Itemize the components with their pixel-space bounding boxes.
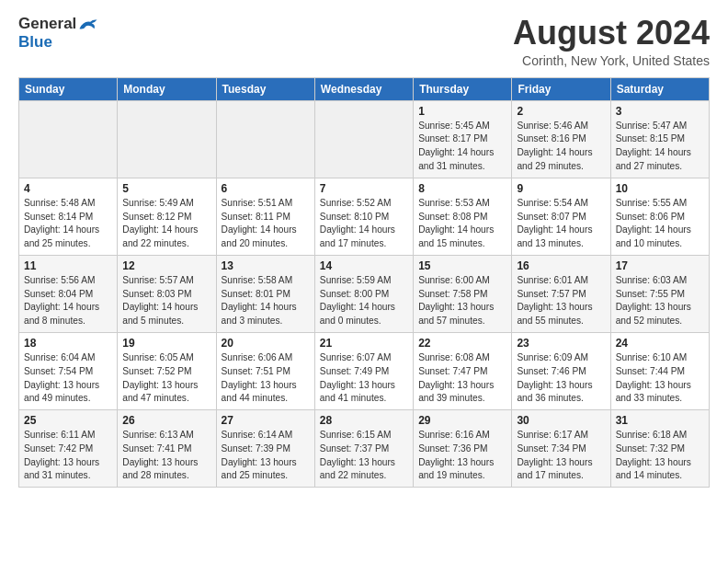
- calendar-cell: [314, 100, 413, 178]
- day-info: Sunrise: 5:56 AM Sunset: 8:04 PM Dayligh…: [24, 274, 112, 328]
- day-of-week-header: Tuesday: [216, 77, 314, 100]
- location-subtitle: Corinth, New York, United States: [513, 53, 710, 68]
- calendar-cell: 15Sunrise: 6:00 AM Sunset: 7:58 PM Dayli…: [414, 255, 512, 332]
- day-info: Sunrise: 6:14 AM Sunset: 7:39 PM Dayligh…: [222, 429, 310, 483]
- day-info: Sunrise: 5:47 AM Sunset: 8:15 PM Dayligh…: [616, 120, 704, 174]
- page-header: General Blue August 2024 Corinth, New Yo…: [18, 15, 710, 68]
- day-number: 16: [517, 259, 605, 272]
- day-number: 19: [122, 337, 210, 350]
- day-number: 27: [222, 414, 310, 427]
- day-number: 21: [320, 337, 408, 350]
- day-number: 26: [122, 414, 210, 427]
- day-of-week-header: Monday: [118, 77, 216, 100]
- calendar-table: SundayMondayTuesdayWednesdayThursdayFrid…: [18, 77, 710, 488]
- day-number: 3: [616, 105, 704, 118]
- day-number: 24: [616, 337, 704, 350]
- day-number: 6: [222, 182, 310, 195]
- day-number: 12: [122, 259, 210, 272]
- day-info: Sunrise: 6:01 AM Sunset: 7:57 PM Dayligh…: [517, 274, 605, 328]
- day-info: Sunrise: 5:51 AM Sunset: 8:11 PM Dayligh…: [222, 197, 310, 251]
- calendar-cell: 2Sunrise: 5:46 AM Sunset: 8:16 PM Daylig…: [512, 100, 610, 178]
- day-info: Sunrise: 6:15 AM Sunset: 7:37 PM Dayligh…: [320, 429, 408, 483]
- day-info: Sunrise: 5:58 AM Sunset: 8:01 PM Dayligh…: [222, 274, 310, 328]
- calendar-cell: [19, 100, 118, 178]
- day-info: Sunrise: 5:59 AM Sunset: 8:00 PM Dayligh…: [320, 274, 408, 328]
- day-number: 7: [320, 182, 408, 195]
- day-info: Sunrise: 6:08 AM Sunset: 7:47 PM Dayligh…: [418, 351, 506, 406]
- calendar-week-row: 25Sunrise: 6:11 AM Sunset: 7:42 PM Dayli…: [19, 410, 710, 488]
- day-number: 9: [517, 182, 605, 195]
- logo-bird-icon: [78, 16, 98, 32]
- month-year-title: August 2024: [513, 15, 710, 52]
- day-number: 31: [616, 414, 704, 427]
- calendar-cell: 6Sunrise: 5:51 AM Sunset: 8:11 PM Daylig…: [216, 178, 314, 255]
- day-number: 10: [616, 182, 704, 195]
- calendar-cell: 3Sunrise: 5:47 AM Sunset: 8:15 PM Daylig…: [610, 100, 709, 178]
- day-number: 1: [418, 105, 506, 118]
- calendar-cell: 12Sunrise: 5:57 AM Sunset: 8:03 PM Dayli…: [118, 255, 216, 332]
- day-number: 4: [24, 182, 112, 195]
- day-info: Sunrise: 6:13 AM Sunset: 7:41 PM Dayligh…: [122, 429, 210, 483]
- title-section: August 2024 Corinth, New York, United St…: [513, 15, 710, 68]
- calendar-cell: 21Sunrise: 6:07 AM Sunset: 7:49 PM Dayli…: [314, 332, 413, 409]
- day-number: 17: [616, 259, 704, 272]
- logo-general-text: General: [18, 15, 76, 33]
- calendar-cell: [118, 100, 216, 178]
- day-info: Sunrise: 5:52 AM Sunset: 8:10 PM Dayligh…: [320, 197, 408, 251]
- calendar-cell: 28Sunrise: 6:15 AM Sunset: 7:37 PM Dayli…: [314, 410, 413, 488]
- day-number: 25: [24, 414, 112, 427]
- day-number: 11: [24, 259, 112, 272]
- day-number: 14: [320, 259, 408, 272]
- day-info: Sunrise: 6:07 AM Sunset: 7:49 PM Dayligh…: [320, 351, 408, 406]
- logo-blue-text: Blue: [18, 33, 52, 52]
- day-number: 29: [418, 414, 506, 427]
- calendar-cell: 29Sunrise: 6:16 AM Sunset: 7:36 PM Dayli…: [414, 410, 512, 488]
- day-info: Sunrise: 6:09 AM Sunset: 7:46 PM Dayligh…: [517, 351, 605, 406]
- day-info: Sunrise: 5:57 AM Sunset: 8:03 PM Dayligh…: [122, 274, 210, 328]
- calendar-cell: 10Sunrise: 5:55 AM Sunset: 8:06 PM Dayli…: [610, 178, 709, 255]
- day-info: Sunrise: 5:49 AM Sunset: 8:12 PM Dayligh…: [122, 197, 210, 251]
- calendar-header-row: SundayMondayTuesdayWednesdayThursdayFrid…: [19, 77, 710, 100]
- day-number: 2: [517, 105, 605, 118]
- day-info: Sunrise: 5:55 AM Sunset: 8:06 PM Dayligh…: [616, 197, 704, 251]
- calendar-cell: 30Sunrise: 6:17 AM Sunset: 7:34 PM Dayli…: [512, 410, 610, 488]
- day-number: 15: [418, 259, 506, 272]
- calendar-cell: 14Sunrise: 5:59 AM Sunset: 8:00 PM Dayli…: [314, 255, 413, 332]
- calendar-cell: 19Sunrise: 6:05 AM Sunset: 7:52 PM Dayli…: [118, 332, 216, 409]
- day-info: Sunrise: 6:10 AM Sunset: 7:44 PM Dayligh…: [616, 351, 704, 406]
- day-number: 18: [24, 337, 112, 350]
- calendar-cell: 13Sunrise: 5:58 AM Sunset: 8:01 PM Dayli…: [216, 255, 314, 332]
- day-info: Sunrise: 6:16 AM Sunset: 7:36 PM Dayligh…: [418, 429, 506, 483]
- calendar-cell: 22Sunrise: 6:08 AM Sunset: 7:47 PM Dayli…: [414, 332, 512, 409]
- day-info: Sunrise: 6:00 AM Sunset: 7:58 PM Dayligh…: [418, 274, 506, 328]
- day-info: Sunrise: 6:04 AM Sunset: 7:54 PM Dayligh…: [24, 351, 112, 406]
- calendar-week-row: 11Sunrise: 5:56 AM Sunset: 8:04 PM Dayli…: [19, 255, 710, 332]
- day-number: 20: [222, 337, 310, 350]
- calendar-cell: 1Sunrise: 5:45 AM Sunset: 8:17 PM Daylig…: [414, 100, 512, 178]
- calendar-cell: 7Sunrise: 5:52 AM Sunset: 8:10 PM Daylig…: [314, 178, 413, 255]
- calendar-cell: 4Sunrise: 5:48 AM Sunset: 8:14 PM Daylig…: [19, 178, 118, 255]
- day-info: Sunrise: 6:18 AM Sunset: 7:32 PM Dayligh…: [616, 429, 704, 483]
- day-info: Sunrise: 5:46 AM Sunset: 8:16 PM Dayligh…: [517, 120, 605, 174]
- calendar-cell: 18Sunrise: 6:04 AM Sunset: 7:54 PM Dayli…: [19, 332, 118, 409]
- calendar-week-row: 4Sunrise: 5:48 AM Sunset: 8:14 PM Daylig…: [19, 178, 710, 255]
- day-number: 13: [222, 259, 310, 272]
- day-of-week-header: Thursday: [414, 77, 512, 100]
- calendar-cell: 5Sunrise: 5:49 AM Sunset: 8:12 PM Daylig…: [118, 178, 216, 255]
- day-number: 23: [517, 337, 605, 350]
- day-number: 30: [517, 414, 605, 427]
- day-of-week-header: Saturday: [610, 77, 709, 100]
- calendar-cell: 17Sunrise: 6:03 AM Sunset: 7:55 PM Dayli…: [610, 255, 709, 332]
- calendar-cell: 8Sunrise: 5:53 AM Sunset: 8:08 PM Daylig…: [414, 178, 512, 255]
- day-of-week-header: Friday: [512, 77, 610, 100]
- calendar-cell: 25Sunrise: 6:11 AM Sunset: 7:42 PM Dayli…: [19, 410, 118, 488]
- day-number: 8: [418, 182, 506, 195]
- day-of-week-header: Sunday: [19, 77, 118, 100]
- calendar-cell: 16Sunrise: 6:01 AM Sunset: 7:57 PM Dayli…: [512, 255, 610, 332]
- calendar-cell: 9Sunrise: 5:54 AM Sunset: 8:07 PM Daylig…: [512, 178, 610, 255]
- day-info: Sunrise: 5:53 AM Sunset: 8:08 PM Dayligh…: [418, 197, 506, 251]
- day-info: Sunrise: 5:48 AM Sunset: 8:14 PM Dayligh…: [24, 197, 112, 251]
- logo: General Blue: [18, 15, 98, 52]
- calendar-week-row: 1Sunrise: 5:45 AM Sunset: 8:17 PM Daylig…: [19, 100, 710, 178]
- day-info: Sunrise: 6:17 AM Sunset: 7:34 PM Dayligh…: [517, 429, 605, 483]
